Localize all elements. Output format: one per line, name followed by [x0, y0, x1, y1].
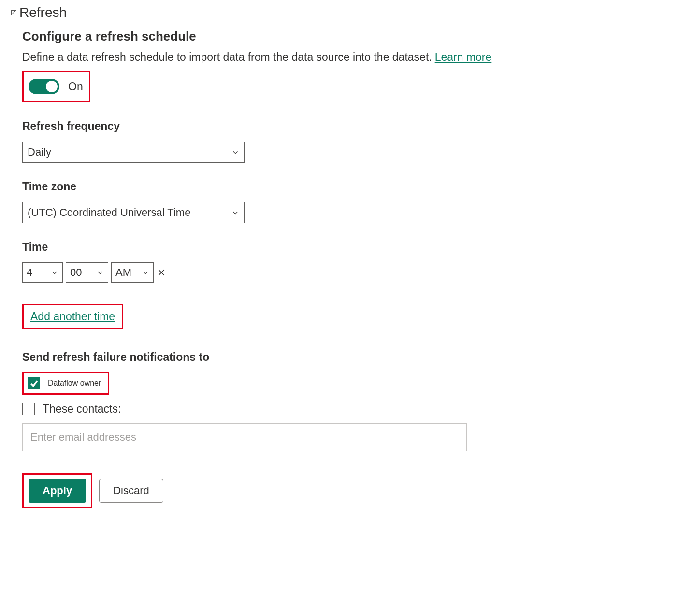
- time-minute-value: 00: [70, 266, 82, 279]
- notifications-label: Send refresh failure notifications to: [22, 351, 551, 364]
- timezone-label: Time zone: [22, 180, 551, 193]
- email-addresses-input[interactable]: [22, 423, 467, 451]
- time-ampm-value: AM: [115, 266, 131, 279]
- toggle-knob: [46, 81, 58, 92]
- contacts-label: These contacts:: [43, 402, 121, 415]
- frequency-value: Daily: [28, 146, 51, 158]
- frequency-select[interactable]: Daily: [22, 142, 245, 163]
- refresh-toggle[interactable]: [29, 79, 59, 94]
- section-subtitle: Configure a refresh schedule: [22, 29, 551, 44]
- section-title: Refresh: [19, 5, 67, 20]
- frequency-label: Refresh frequency: [22, 120, 551, 133]
- collapse-icon[interactable]: [10, 9, 17, 16]
- chevron-down-icon: [51, 269, 58, 276]
- discard-button[interactable]: Discard: [99, 479, 163, 503]
- time-hour-value: 4: [27, 266, 32, 279]
- dataflow-owner-label: Dataflow owner: [48, 379, 101, 387]
- time-ampm-select[interactable]: AM: [111, 262, 154, 283]
- contacts-checkbox[interactable]: [22, 403, 35, 415]
- time-minute-select[interactable]: 00: [66, 262, 108, 283]
- chevron-down-icon: [231, 148, 239, 156]
- chevron-down-icon: [96, 269, 104, 276]
- dataflow-owner-checkbox[interactable]: [28, 377, 40, 389]
- timezone-value: (UTC) Coordinated Universal Time: [28, 206, 190, 219]
- learn-more-link[interactable]: Learn more: [435, 51, 492, 64]
- chevron-down-icon: [142, 269, 149, 276]
- remove-time-icon[interactable]: [156, 267, 167, 278]
- toggle-state-label: On: [68, 80, 83, 93]
- section-description: Define a data refresh schedule to import…: [22, 51, 432, 64]
- time-hour-select[interactable]: 4: [22, 262, 63, 283]
- chevron-down-icon: [231, 209, 239, 216]
- apply-button[interactable]: Apply: [29, 479, 86, 503]
- time-label: Time: [22, 241, 551, 254]
- add-another-time-link[interactable]: Add another time: [30, 310, 115, 323]
- timezone-select[interactable]: (UTC) Coordinated Universal Time: [22, 202, 245, 223]
